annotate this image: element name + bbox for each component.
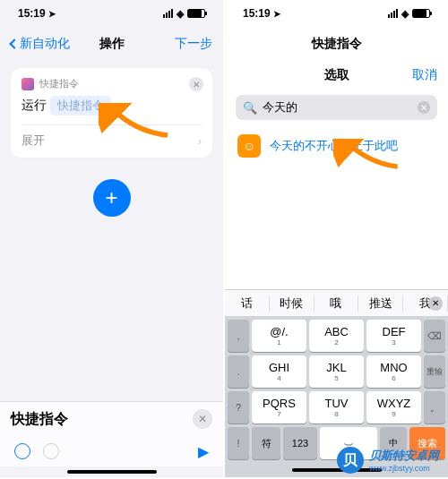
add-action-button[interactable]: + xyxy=(93,179,131,217)
wifi-icon: ◈ xyxy=(177,8,184,20)
key-9[interactable]: WXYZ9 xyxy=(366,391,421,423)
search-input[interactable]: 🔍 今天的 ✕ xyxy=(236,95,437,120)
sub-nav-bar: 选取 取消 xyxy=(225,61,448,90)
annotation-arrow xyxy=(333,139,409,170)
key-question[interactable]: ? xyxy=(228,391,249,423)
page-title: 快捷指令 xyxy=(312,36,362,52)
status-bar: 15:19 ➤ ◈ xyxy=(0,0,223,27)
watermark: 贝 贝斯特安卓网 www.zjbstyy.com xyxy=(337,447,439,474)
key-backspace[interactable]: ⌫ xyxy=(424,320,445,352)
location-icon: ➤ xyxy=(273,9,280,19)
search-value: 今天的 xyxy=(263,99,412,115)
key-comma[interactable]: , xyxy=(228,320,249,352)
suggestion-item[interactable]: 哦 xyxy=(314,295,359,312)
bottom-search-label: 快捷指令 xyxy=(11,410,185,429)
key-3[interactable]: DEF3 xyxy=(366,320,421,352)
left-screen: 15:19 ➤ ◈ 新自动化 操作 下一步 快捷指令 ✕ xyxy=(0,0,223,477)
watermark-cn: 贝斯特安卓网 xyxy=(369,448,439,464)
battery-icon xyxy=(187,9,205,18)
status-bar: 15:19 ➤ ◈ xyxy=(225,0,448,27)
status-time: 15:19 xyxy=(243,7,271,20)
suggestion-item[interactable]: 时候 xyxy=(270,295,314,312)
chevron-right-icon: › xyxy=(198,134,202,148)
search-wrap: 🔍 今天的 ✕ xyxy=(225,90,448,125)
watermark-en: www.zjbstyy.com xyxy=(369,464,439,473)
key-123[interactable]: 123 xyxy=(283,427,317,459)
cancel-button[interactable]: 取消 xyxy=(412,67,437,83)
key-2[interactable]: ABC2 xyxy=(309,320,364,352)
undo-button[interactable] xyxy=(14,443,30,459)
key-7[interactable]: PQRS7 xyxy=(252,391,306,423)
key-exclaim[interactable]: ! xyxy=(228,427,249,459)
nav-bar: 新自动化 操作 下一步 xyxy=(0,27,223,61)
right-screen: 15:19 ➤ ◈ 快捷指令 选取 取消 🔍 今天的 ✕ ☺ xyxy=(225,0,448,477)
shortcut-result-icon: ☺ xyxy=(237,134,261,158)
back-button[interactable]: 新自动化 xyxy=(11,36,70,52)
redo-button xyxy=(43,443,59,459)
sub-title: 选取 xyxy=(324,67,349,83)
shortcuts-app-icon xyxy=(22,78,34,90)
key-symbol[interactable]: 符 xyxy=(252,427,280,459)
chevron-left-icon xyxy=(9,38,19,48)
suggestion-item[interactable]: 话 xyxy=(225,295,270,312)
card-header-label: 快捷指令 xyxy=(39,77,79,90)
key-cn-period[interactable]: 。 xyxy=(424,391,445,423)
key-4[interactable]: GHI4 xyxy=(252,355,306,388)
bottom-search-bar[interactable]: 快捷指令 ✕ xyxy=(0,401,223,436)
card-close-button[interactable]: ✕ xyxy=(189,77,203,91)
key-6[interactable]: MNO6 xyxy=(366,355,421,388)
key-period[interactable]: . xyxy=(228,355,249,388)
suggestion-bar: 话 时候 哦 推送 我 ✕ xyxy=(225,289,448,316)
key-8[interactable]: TUV8 xyxy=(309,391,364,423)
nav-bar: 快捷指令 xyxy=(225,27,448,61)
key-1[interactable]: @/.1 xyxy=(252,320,306,352)
annotation-arrow xyxy=(99,103,179,139)
bottom-close-button[interactable]: ✕ xyxy=(193,409,212,429)
key-5[interactable]: JKL5 xyxy=(309,355,364,388)
suggestion-close-button[interactable]: ✕ xyxy=(428,296,443,311)
home-indicator[interactable] xyxy=(67,470,157,474)
signal-icon xyxy=(163,9,173,18)
search-icon: 🔍 xyxy=(243,101,257,115)
bottom-toolbar: ▶ xyxy=(0,436,223,466)
next-button[interactable]: 下一步 xyxy=(175,36,212,52)
battery-icon xyxy=(412,9,430,18)
key-retype[interactable]: 重输 xyxy=(424,355,445,388)
suggestion-item[interactable]: 推送 xyxy=(358,295,403,312)
play-button[interactable]: ▶ xyxy=(198,443,209,460)
signal-icon xyxy=(388,9,398,18)
status-time: 15:19 xyxy=(18,7,46,20)
location-icon: ➤ xyxy=(48,9,56,19)
watermark-icon: 贝 xyxy=(337,447,364,474)
clear-search-button[interactable]: ✕ xyxy=(418,101,430,114)
page-title: 操作 xyxy=(99,36,125,52)
wifi-icon: ◈ xyxy=(401,8,409,20)
action-verb: 运行 xyxy=(22,98,47,112)
